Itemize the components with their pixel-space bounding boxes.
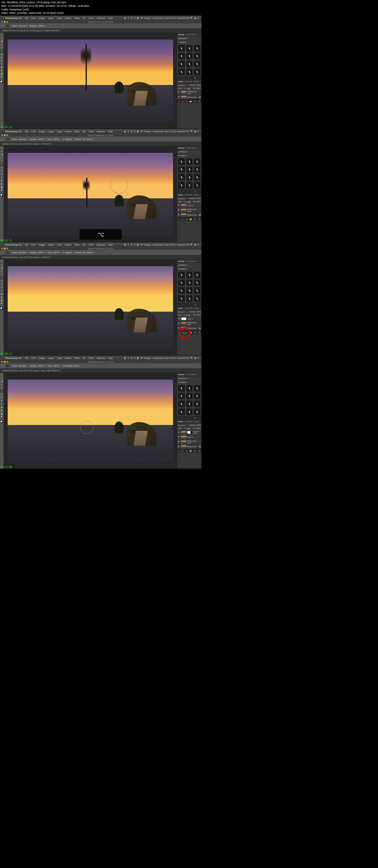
blend-mode[interactable]: Normal ▾ <box>178 311 185 313</box>
group-icon[interactable]: 📁 <box>190 218 192 220</box>
tool-1[interactable]: ▭ <box>0 377 3 379</box>
tool-0[interactable]: ↖ <box>0 260 3 263</box>
library-item[interactable] <box>178 44 185 52</box>
status-icon[interactable]: ✦ <box>127 357 129 360</box>
tool-9[interactable]: T <box>0 289 3 292</box>
document-tab[interactable]: untitled-20-Pano-2.dng @ 33.3% (Layer 2,… <box>0 255 201 259</box>
layer-thumbnail[interactable] <box>181 436 186 439</box>
visibility-icon[interactable]: 👁 <box>178 209 180 211</box>
layers-tab[interactable]: Layers <box>178 307 183 309</box>
notif-icon[interactable]: ≡ <box>198 244 199 246</box>
library-item[interactable] <box>194 53 201 60</box>
fx-icon[interactable]: fx <box>178 100 180 102</box>
menu-file[interactable]: File <box>25 130 29 133</box>
mask-thumbnail[interactable] <box>187 431 193 434</box>
menu-image[interactable]: Image <box>38 130 45 133</box>
tool-preset-icon[interactable] <box>5 364 9 368</box>
tool-preset-icon[interactable] <box>5 137 9 142</box>
minimize-icon[interactable] <box>4 21 6 23</box>
layer-row[interactable]: 👁 Layer 1 copy <box>177 430 201 435</box>
notif-icon[interactable]: ≡ <box>198 357 199 360</box>
status-icon[interactable]: ⚑ <box>141 357 143 360</box>
search-icon[interactable]: 🔍 <box>190 130 193 133</box>
layer-row[interactable]: 👁 Background copy <box>177 90 201 95</box>
libraries-tab[interactable]: Libraries <box>178 147 184 149</box>
graphics-section[interactable]: ▾ Graphics <box>178 41 186 43</box>
library-item[interactable] <box>186 53 193 60</box>
color-swatches[interactable] <box>0 194 3 197</box>
tool-5[interactable]: ✎ <box>0 390 3 393</box>
status-icon[interactable]: ⚑ <box>141 130 143 133</box>
status-icon[interactable]: ◐ <box>124 17 126 20</box>
layer-name[interactable]: Background copy <box>187 91 201 94</box>
flow-value[interactable]: 100% ▾ <box>53 251 60 254</box>
minimize-icon[interactable] <box>4 134 6 136</box>
status-icon[interactable]: ✦ <box>127 244 129 246</box>
blend-mode[interactable]: Normal ▾ <box>178 424 185 426</box>
opacity-value[interactable]: 100% ▾ <box>38 251 45 254</box>
panel-icon[interactable]: + <box>182 417 184 419</box>
adjustments-tab[interactable]: Adjustments <box>186 260 196 262</box>
home-icon[interactable]: ⌂ <box>2 365 3 367</box>
tool-12[interactable]: ✋ <box>0 72 3 75</box>
siri-icon[interactable]: ◉ <box>194 357 196 360</box>
adjustment-icon[interactable]: ◑ <box>186 100 187 102</box>
library-item[interactable] <box>178 68 185 75</box>
layer-thumbnail[interactable] <box>181 213 186 216</box>
library-item[interactable] <box>186 400 193 408</box>
library-item[interactable] <box>178 295 185 302</box>
menu-select[interactable]: Select <box>65 244 71 246</box>
tool-10[interactable]: ▶ <box>0 406 3 409</box>
tool-9[interactable]: T <box>0 63 3 65</box>
mode-dropdown[interactable]: Normal ▾ <box>19 365 27 367</box>
paths-tab[interactable]: Paths <box>194 81 199 82</box>
library-item[interactable] <box>178 53 185 60</box>
layer-thumbnail[interactable] <box>181 445 186 448</box>
visibility-icon[interactable]: 👁 <box>178 445 180 447</box>
flow-value[interactable]: 100% ▾ <box>53 365 60 367</box>
menu-view[interactable]: View <box>89 17 94 20</box>
menu-edit[interactable]: Edit <box>31 244 35 246</box>
library-item[interactable] <box>178 408 185 415</box>
library-item[interactable] <box>194 68 201 75</box>
fx-icon[interactable]: fx <box>178 450 180 452</box>
status-icon[interactable]: ◧ <box>137 244 139 246</box>
panel-icon[interactable]: 🗑 <box>194 417 196 419</box>
visibility-icon[interactable]: 👁 <box>178 91 180 93</box>
status-icon[interactable]: ◧ <box>137 17 139 20</box>
libraries-tab[interactable]: Libraries <box>178 34 184 35</box>
blend-mode[interactable]: Normal ▾ <box>178 197 185 199</box>
tool-2[interactable]: ◑ <box>0 40 3 43</box>
library-item[interactable] <box>178 158 185 165</box>
library-item[interactable] <box>194 287 201 294</box>
menu-filter[interactable]: Filter <box>75 17 80 20</box>
sample-dropdown[interactable]: All Layers ▾ <box>83 251 94 254</box>
menu-help[interactable]: Help <box>108 17 113 20</box>
tool-5[interactable]: ✎ <box>0 163 3 166</box>
library-item[interactable] <box>186 384 193 392</box>
library-item[interactable] <box>178 279 185 286</box>
tool-1[interactable]: ▭ <box>0 150 3 153</box>
layer-row[interactable]: 👁 Layer 1 <box>177 203 201 208</box>
library-item[interactable] <box>178 60 185 68</box>
library-item[interactable] <box>194 174 201 181</box>
library-item[interactable] <box>186 287 193 294</box>
menu-image[interactable]: Image <box>38 357 45 360</box>
visibility-icon[interactable]: 👁 <box>178 441 180 443</box>
maximize-icon[interactable] <box>6 21 8 23</box>
status-icon[interactable]: ⬡ <box>134 357 136 360</box>
lock-icons[interactable]: ▫ ✎ ⊕ 🔒 <box>183 201 190 203</box>
aligned-checkbox[interactable]: ☑ <box>62 251 64 254</box>
menu-filter[interactable]: Filter <box>75 357 80 360</box>
library-item[interactable] <box>186 295 193 302</box>
siri-icon[interactable]: ◉ <box>194 244 196 246</box>
tool-4[interactable]: ↗ <box>0 160 3 163</box>
maximize-icon[interactable] <box>6 361 8 363</box>
status-icon[interactable]: ⚑ <box>141 17 143 20</box>
library-item[interactable] <box>194 295 201 302</box>
tool-5[interactable]: ✎ <box>0 50 3 53</box>
tool-13[interactable]: 🔍 <box>0 75 3 79</box>
tool-8[interactable]: ✒ <box>0 399 3 402</box>
library-item[interactable] <box>178 393 185 400</box>
search-icon[interactable]: 🔍 <box>190 357 193 360</box>
